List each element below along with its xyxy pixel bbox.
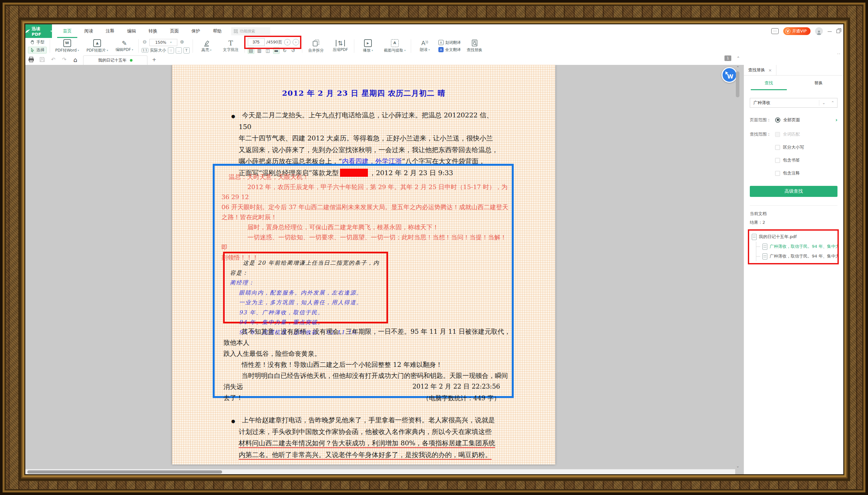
actual-size-label[interactable]: 实际大小	[150, 48, 166, 53]
result-text: 广种薄收，取信于民。94 年、集中力	[770, 253, 837, 259]
merge-split-label: 合并拆分	[308, 48, 324, 53]
double-page-view-button[interactable]: ▥	[256, 47, 263, 54]
match-case-option[interactable]: 区分大小写	[775, 144, 837, 150]
save-icon[interactable]	[39, 57, 46, 62]
previous-page-button[interactable]: ‹	[284, 39, 291, 46]
menu-tab-convert[interactable]: 转换	[142, 24, 164, 38]
read-aloud-button[interactable]: A⁾⁾ 朗读▾	[414, 40, 436, 53]
scroll-view-button[interactable]: ▬	[273, 47, 280, 54]
new-tab-button[interactable]: +	[152, 56, 156, 63]
rotate-ccw-button[interactable]: ↺	[290, 47, 296, 54]
search-query-input[interactable]	[750, 101, 819, 105]
app-logo-label: 迅读PDF	[32, 26, 49, 37]
whole-word-option[interactable]: 全词匹配	[775, 131, 837, 137]
expand-range-icon[interactable]: ›	[835, 117, 837, 123]
print-icon[interactable]	[28, 57, 34, 62]
minimize-button[interactable]: —	[828, 29, 832, 34]
fit-width-button[interactable]: ‥	[176, 47, 182, 53]
scroll-down-icon[interactable]: ⌄	[736, 464, 739, 468]
merge-split-button[interactable]: 合并拆分	[305, 39, 327, 53]
redo-icon[interactable]: ↷	[61, 56, 68, 63]
find-replace-button[interactable]: 查找替换	[464, 39, 485, 53]
zoom-out-button[interactable]: ⊖	[142, 39, 148, 46]
menu-tab-annotate[interactable]: 注释	[99, 24, 121, 38]
diary-paragraph-2: 上午给赵建章打电话，告昨晚梦见他来了，手里拿着一些资料。老人家很高兴，说就是 计…	[239, 414, 503, 461]
include-bookmarks-option[interactable]: 包含书签	[775, 157, 837, 163]
select-tool-button[interactable]: 选择	[28, 47, 47, 53]
menu-tab-read[interactable]: 阅读	[78, 24, 99, 38]
fit-page-button[interactable]: ∷	[168, 47, 174, 53]
logo-caret-icon: ▾	[50, 30, 52, 33]
next-page-button[interactable]: ›	[293, 39, 299, 46]
close-icon[interactable]: ×	[768, 68, 772, 73]
text-annotation-button[interactable]: T 文字批注	[220, 40, 242, 53]
find-replace-icon	[471, 39, 478, 47]
find-next-icon[interactable]: ⌄	[822, 101, 825, 105]
search-result-item[interactable]: 广种薄收，取信于民。94 年、集中力	[756, 251, 837, 261]
find-previous-icon[interactable]: ⌃	[831, 101, 834, 105]
cursor-icon	[725, 71, 729, 75]
app-logo-button[interactable]: 迅读PDF ▾	[25, 24, 52, 38]
compress-pdf-button[interactable]: ⇅ 压缩PDF	[330, 40, 351, 53]
feedback-chat-icon[interactable]: ⋯	[771, 28, 779, 34]
menu-tab-protect[interactable]: 保护	[185, 24, 207, 38]
edit-pdf-button[interactable]: ✎ 编辑PDF▾	[113, 40, 135, 53]
menu-tab-help[interactable]: 帮助	[207, 24, 228, 38]
tab-find[interactable]: 查找	[744, 75, 793, 90]
panel-tab[interactable]: 查找替换 ×	[744, 65, 776, 75]
toolbar-divider	[50, 39, 50, 53]
user-avatar[interactable]	[815, 27, 823, 35]
pdf-to-word-button[interactable]: W PDF转Word▾	[53, 39, 81, 53]
document-page[interactable]: 2012 年 2 月 23 日 星期四 农历二月初二 晴 ● 今天是二月二龙抬头…	[172, 65, 555, 464]
tab-replace[interactable]: 替换	[793, 75, 843, 90]
undo-icon[interactable]: ↶	[50, 56, 56, 63]
fit-text-button[interactable]: T	[183, 47, 190, 53]
checkbox-icon[interactable]	[775, 145, 780, 150]
results-root-row[interactable]: 我的日记十五年.pdf	[752, 232, 837, 242]
app-window: 迅读PDF ▾ 首页 阅读 注释 编辑 转换 页面 保护 帮助 功能搜索 ⋯ V…	[25, 24, 843, 474]
text-line: 悟性差！没有救！导致山西二建之后一个小轮回整整 12 年难以翻身！	[224, 359, 513, 370]
zoom-level-select[interactable]: 150%▾	[149, 39, 177, 46]
text-line: 93 年、广种薄收，取信于民。	[230, 308, 381, 318]
text-line: 又返回来，说小薛来了，先到办公室找张秋明，一会过来，我让他把东西带回去给温总，	[239, 144, 503, 156]
restore-window-button[interactable]	[836, 30, 840, 33]
capture-extract-button[interactable]: A 截图与提取▾	[381, 39, 408, 53]
menu-tab-edit[interactable]: 编辑	[121, 24, 142, 38]
book-view-button[interactable]: ◫	[265, 47, 271, 54]
rotate-cw-button[interactable]: ↻	[281, 47, 288, 54]
scroll-up-icon[interactable]: ⌃	[736, 66, 739, 70]
home-icon[interactable]: ⌂	[72, 56, 79, 63]
menu-tab-page[interactable]: 页面	[164, 24, 185, 38]
document-tab-label: 我的日记十五年	[98, 58, 127, 63]
word-translate-button[interactable]: A 划词翻译	[438, 40, 461, 46]
checkbox-icon[interactable]	[775, 132, 780, 137]
open-vip-button[interactable]: V 开通VIP	[783, 27, 810, 35]
highlight-button[interactable]: 高亮▾	[196, 39, 217, 53]
dropdown-caret-icon: ▾	[210, 49, 211, 52]
menu-tab-home[interactable]: 首页	[56, 24, 78, 38]
collapse-ribbon-icon[interactable]: ⌃	[736, 56, 740, 61]
single-page-view-button[interactable]: ▤	[248, 47, 254, 54]
actual-size-icon[interactable]: 1:1	[142, 48, 148, 53]
hand-tool-button[interactable]: 手型	[28, 39, 47, 46]
full-translate-button[interactable]: A 全文翻译	[438, 47, 461, 53]
search-result-item[interactable]: 广种薄收，取信于民。94 年、集中力	[756, 242, 837, 251]
horizontal-scrollbar-thumb[interactable]	[27, 470, 222, 474]
all-pages-radio[interactable]	[775, 117, 780, 123]
include-annotations-option[interactable]: 包含注释	[775, 170, 837, 176]
advanced-find-button[interactable]: 高级查找	[750, 186, 837, 197]
pdf-to-word-floating-button[interactable]: W	[722, 67, 737, 83]
checkbox-icon[interactable]	[775, 171, 780, 176]
dropdown-caret-icon: ▾	[404, 49, 406, 52]
toolbar-divider	[193, 39, 193, 53]
play-button[interactable]: ▶ 播放▾	[357, 39, 379, 53]
zoom-in-button[interactable]: ⊕	[179, 39, 185, 46]
vertical-scrollbar[interactable]: ⌃ ⌄	[735, 65, 740, 469]
horizontal-scrollbar[interactable]	[25, 469, 735, 474]
document-tab[interactable]: 我的日记十五年	[83, 55, 147, 65]
pdf-to-image-button[interactable]: ▲ PDF转图片▾	[84, 39, 110, 53]
bullet-icon: ●	[231, 419, 235, 424]
page-number-input[interactable]	[248, 38, 265, 46]
function-search-box[interactable]: 功能搜索	[231, 27, 270, 35]
checkbox-icon[interactable]	[775, 158, 780, 163]
